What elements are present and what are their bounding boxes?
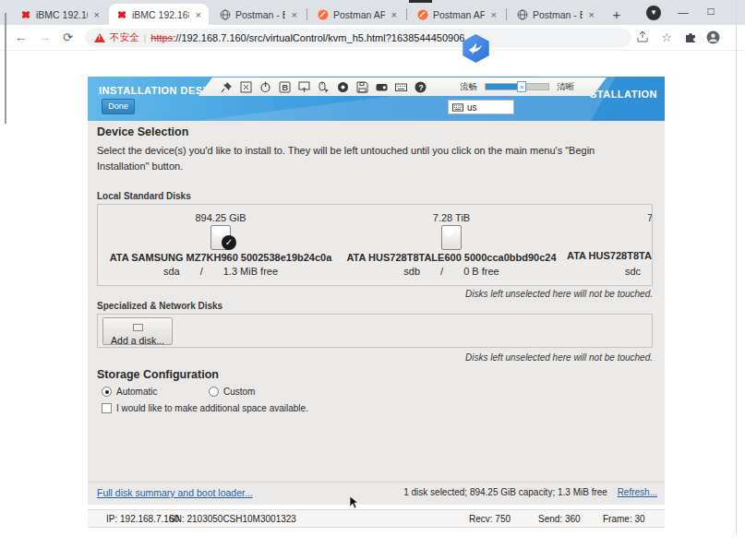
tab-title: Postman - Browse	[235, 9, 285, 20]
disk-name: ATA HUS728T8TALE600 5000cca0bbd90c24	[336, 252, 567, 263]
forward-button[interactable]: →	[39, 30, 51, 44]
tab-close-icon[interactable]: ×	[489, 9, 499, 20]
url-scheme: https	[150, 32, 173, 43]
window-maximize-button[interactable]: □	[702, 2, 720, 20]
reload-button[interactable]: ⟳	[63, 30, 73, 44]
disk-sep: /	[200, 266, 203, 277]
security-warning-label: 不安全	[110, 31, 139, 44]
status-send: Send: 360	[538, 514, 581, 524]
unselected-note-2: Disks left unselected here will not be t…	[465, 352, 653, 363]
tab-close-icon[interactable]: ×	[587, 9, 596, 20]
power-icon[interactable]	[259, 81, 271, 93]
disk-sdc[interactable]: 7 ATA HUS728T8TAL sdc	[567, 205, 653, 285]
selected-check-icon: ✓	[222, 235, 236, 250]
globe-icon	[220, 9, 231, 20]
tab-ibmc-1[interactable]: iBMC 192.168.7.16 ×	[13, 4, 107, 25]
top-dark-strip	[409, 0, 432, 3]
tab-postman-api-2[interactable]: Postman API Platfo ×	[410, 4, 504, 25]
tab-separator	[306, 8, 307, 20]
disk-sdb[interactable]: 7.28 TiB ATA HUS728T8TALE600 5000cca0bbd…	[336, 205, 567, 285]
omnibox-separator: |	[144, 32, 147, 43]
tab-ibmc-2-active[interactable]: iBMC 192.168.7.16 ×	[109, 4, 209, 25]
extension-circle-icon[interactable]: ▾	[646, 6, 661, 20]
disk-dev: sdb	[403, 266, 420, 277]
window-minimize-button[interactable]: —	[674, 4, 692, 20]
keyboard-layout-indicator[interactable]: us	[448, 100, 514, 114]
quality-low-label: 流畅	[460, 81, 477, 93]
disk-size: 7.28 TiB	[336, 212, 567, 223]
star-icon[interactable]: ☆	[659, 30, 674, 45]
record-icon[interactable]	[337, 81, 349, 93]
refresh-link[interactable]: Refresh...	[618, 487, 657, 497]
screen-capture-icon[interactable]	[298, 81, 310, 93]
url-text: ://192.168.7.160/src/virtualControl/kvm_…	[173, 32, 464, 43]
status-recv: Recv: 750	[469, 514, 511, 524]
tab-separator	[406, 8, 407, 20]
tab-close-icon[interactable]: ×	[390, 9, 399, 20]
share-icon[interactable]	[635, 30, 650, 45]
radio-automatic[interactable]	[102, 387, 112, 397]
radio-custom[interactable]	[209, 387, 219, 397]
avatar-icon[interactable]	[705, 30, 720, 45]
globe-icon	[517, 9, 528, 20]
tab-postman-browse-2[interactable]: Postman - Browse ×	[510, 4, 602, 25]
pin-icon[interactable]	[221, 81, 233, 93]
quality-high-label: 清晰	[557, 81, 574, 93]
selection-summary: 1 disk selected; 894.25 GiB capacity; 1.…	[403, 487, 607, 497]
disk-sda[interactable]: 894.25 GiB ✓ ATA SAMSUNG MZ7KH960 500253…	[105, 205, 336, 285]
kvm-toolbar: B ? 流畅 ≡ 清晰	[198, 77, 607, 96]
full-disk-summary-link[interactable]: Full disk summary and boot loader...	[97, 487, 253, 498]
browser-window: iBMC 192.168.7.16 × iBMC 192.168.7.16 × …	[0, 0, 745, 560]
disk-dev: sda	[163, 266, 180, 277]
storage-config-title: Storage Configuration	[97, 368, 219, 381]
security-warning-icon	[94, 33, 105, 42]
device-selection-title: Device Selection	[97, 125, 188, 138]
puzzle-icon[interactable]	[683, 30, 698, 45]
local-disks-panel: 894.25 GiB ✓ ATA SAMSUNG MZ7KH960 500253…	[97, 204, 653, 286]
back-button[interactable]: ←	[15, 30, 27, 44]
installer-title: INSTALLATION DEST	[99, 85, 210, 96]
hard-disk-icon	[441, 225, 462, 250]
window-left-edge	[5, 13, 6, 124]
keyboard-layout-icon	[452, 103, 463, 112]
media-icon[interactable]	[376, 81, 388, 93]
disk-size: 894.25 GiB	[105, 212, 336, 223]
specialized-disks-label: Specialized & Network Disks	[97, 301, 222, 311]
disk-dev: sdc	[625, 266, 641, 277]
postman-icon	[417, 9, 428, 20]
fullscreen-icon[interactable]	[240, 81, 252, 93]
save-icon[interactable]	[356, 81, 368, 93]
tab-postman-browse-1[interactable]: Postman - Browse ×	[212, 4, 305, 25]
additional-space-checkbox[interactable]	[102, 403, 112, 413]
tab-close-icon[interactable]: ×	[290, 9, 299, 20]
done-button[interactable]: Done	[102, 99, 135, 114]
tab-title: Postman API Platfo	[433, 9, 485, 20]
ibmc-icon	[20, 9, 31, 20]
disk-sep: /	[440, 266, 443, 277]
keyboard-layout-label: us	[467, 102, 477, 113]
quality-slider[interactable]: ≡	[485, 83, 549, 90]
mouse-cursor	[349, 495, 359, 513]
keyboard-icon[interactable]	[395, 81, 407, 93]
tab-title: iBMC 192.168.7.16	[36, 9, 88, 20]
specialized-disks-panel: Add a disk...	[97, 314, 653, 348]
add-disk-button[interactable]: Add a disk...	[102, 317, 173, 345]
svg-text:?: ?	[418, 82, 423, 91]
new-tab-button[interactable]: +	[607, 6, 626, 24]
b-key-icon[interactable]: B	[279, 81, 291, 93]
quality-slider-handle[interactable]: ≡	[517, 81, 526, 92]
mouse-icon[interactable]	[318, 81, 330, 93]
tab-close-icon[interactable]: ×	[194, 9, 203, 20]
postman-icon	[318, 9, 329, 20]
tab-close-icon[interactable]: ×	[92, 9, 102, 20]
disk-free: 1.3 MiB free	[223, 266, 278, 277]
ibmc-icon	[116, 9, 127, 20]
help-icon[interactable]: ?	[415, 81, 427, 93]
disk-name: ATA HUS728T8TAL	[567, 250, 653, 261]
installer-content: Device Selection Select the device(s) yo…	[88, 121, 665, 505]
tab-title: Postman API Platfo	[333, 9, 385, 20]
status-sn: SN: 2103050CSH10M3001323	[169, 514, 296, 524]
tab-postman-api-1[interactable]: Postman API Platfo ×	[310, 4, 404, 25]
address-bar[interactable]: 不安全 | https://192.168.7.160/src/virtualC…	[85, 29, 631, 47]
device-selection-description: Select the device(s) you'd like to insta…	[97, 143, 647, 174]
